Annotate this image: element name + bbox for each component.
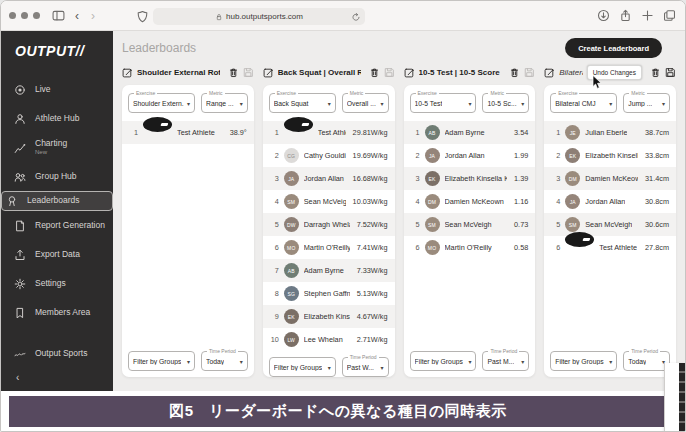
privacy-shield-icon[interactable] — [136, 10, 149, 23]
leaderboard-card: Exercise 10-5 Test ▾ Metric 10-5 Sc... ▾… — [404, 85, 536, 377]
report-generation-icon — [14, 220, 26, 232]
save-leaderboard-icon[interactable] — [524, 67, 535, 78]
edit-leaderboard-icon[interactable] — [122, 67, 133, 78]
athlete-name: Test Athlete — [177, 128, 215, 137]
reload-icon[interactable] — [351, 12, 361, 22]
rank-number: 3 — [411, 174, 420, 183]
forward-icon[interactable]: › — [91, 10, 95, 22]
edit-leaderboard-icon[interactable] — [263, 67, 274, 78]
metric-select[interactable]: Metric 10-5 Sc... ▾ — [482, 93, 529, 113]
edit-leaderboard-icon[interactable] — [544, 67, 555, 78]
undo-changes-button[interactable]: Undo Changes — [587, 65, 642, 80]
athlete-avatar: EK — [425, 171, 440, 186]
collapse-sidebar-button[interactable]: ‹ — [1, 368, 113, 383]
save-leaderboard-icon[interactable] — [243, 67, 254, 78]
leaderboard-row: 1 Test Athlete 38.9° — [122, 121, 254, 144]
leaderboard-rows: 1 AB Adam Byrne 3.54 2 JA Jordan Allan 1… — [404, 119, 536, 259]
result-value: 30.6cm — [643, 220, 669, 229]
metric-select[interactable]: Metric Range ... ▾ — [201, 93, 248, 113]
save-leaderboard-icon[interactable] — [384, 67, 395, 78]
leaderboard-title: 10-5 Test | 10-5 Score — [419, 68, 500, 77]
filter-by-groups-select[interactable]: Filter by Groups ▾ — [550, 351, 617, 371]
leaderboard-row: 1 JE Julian Eberle 38.7cm — [544, 121, 676, 144]
tab-overview-icon[interactable] — [663, 9, 676, 22]
time-period-select[interactable]: Time Period Past M... ▾ — [482, 351, 529, 371]
result-value: 19.69W/kg — [351, 151, 388, 160]
filter-by-groups-select[interactable]: Filter by Groups ▾ — [128, 351, 195, 371]
page-title: Leaderboards — [122, 41, 196, 55]
delete-leaderboard-icon[interactable] — [369, 67, 380, 78]
exercise-select[interactable]: Exercise Bilateral CMJ ▾ — [550, 93, 617, 113]
athlete-avatar — [565, 232, 594, 247]
sidebar-item-export-data[interactable]: Export Data — [1, 240, 113, 269]
filter-by-groups-select[interactable]: Filter by Groups ▾ — [269, 357, 336, 377]
time-period-select[interactable]: Time Period Today ▾ — [623, 351, 670, 371]
sidebar-item-live[interactable]: Live — [1, 75, 113, 104]
result-value: 5.13W/kg — [355, 289, 388, 298]
time-period-select[interactable]: Time Period Today ▾ — [201, 351, 248, 371]
address-bar[interactable]: hub.outputsports.com — [153, 8, 365, 25]
leaderboard-row: 5 DW Darragh Whelan 7.52W/kg — [263, 213, 395, 236]
exercise-select[interactable]: Exercise Back Squat ▾ — [269, 93, 336, 113]
sidebar-item-output-sports[interactable]: Output Sports — [1, 339, 113, 368]
sidebar-item-athlete-hub[interactable]: Athlete Hub — [1, 104, 113, 133]
result-value: 27.8cm — [643, 243, 669, 252]
leaderboard-rows: 1 Test Athlete 38.9° — [122, 119, 254, 144]
rank-number: 1 — [551, 128, 560, 137]
close-window-icon[interactable] — [9, 12, 16, 19]
sidebar-toggle-icon[interactable] — [52, 9, 65, 22]
back-icon[interactable]: ‹ — [75, 10, 79, 22]
create-leaderboard-button[interactable]: Create Leaderboard — [565, 38, 662, 58]
sidebar-item-members-area[interactable]: Members Area — [1, 298, 113, 327]
leaderboard-row: 3 EK Elizabeth Kinsella Kent 1.39 — [404, 167, 536, 190]
zoom-window-icon[interactable] — [33, 12, 40, 19]
athlete-name: Lee Whelan — [304, 335, 343, 344]
edit-leaderboard-icon[interactable] — [404, 67, 415, 78]
rank-number: 1 — [270, 128, 279, 137]
leaderboard-row: 5 SM Sean McVeigh 0.73 — [404, 213, 536, 236]
main-content: Leaderboards Create Leaderboard Shoulder… — [113, 31, 685, 391]
sidebar-item-settings[interactable]: Settings — [1, 269, 113, 298]
figure-caption: 図5 リーダーボードへの異なる種目の同時表示 — [9, 396, 667, 427]
athlete-avatar: JA — [425, 148, 440, 163]
leaderboard-row: 2 JA Jordan Allan 1.99 — [404, 144, 536, 167]
metric-select[interactable]: Metric Jump ... ▾ — [623, 93, 670, 113]
sidebar-item-report-generation[interactable]: Report Generation — [1, 211, 113, 240]
filter-by-groups-select[interactable]: Filter by Groups ▾ — [410, 351, 477, 371]
leaderboard-rows: 1 Test Athlete 29.81W/kg 2 CG Cathy Goul… — [263, 119, 395, 351]
leaderboard-row: 4 DM Damien McKeown 1.16 — [404, 190, 536, 213]
share-icon[interactable] — [619, 9, 632, 22]
athlete-avatar: SG — [284, 286, 299, 301]
athlete-name: Cathy Goulding — [304, 151, 346, 160]
sidebar-item-leaderboards[interactable]: Leaderboards — [1, 191, 113, 211]
result-value: 16.68W/kg — [351, 174, 388, 183]
athlete-avatar: LW — [284, 332, 299, 347]
rank-number: 2 — [411, 151, 420, 160]
leaderboard-card: Exercise Shoulder Extern... ▾ Metric Ran… — [122, 85, 254, 377]
delete-leaderboard-icon[interactable] — [228, 67, 239, 78]
exercise-select[interactable]: Exercise 10-5 Test ▾ — [410, 93, 477, 113]
new-tab-icon[interactable] — [641, 9, 654, 22]
window-controls[interactable] — [9, 12, 40, 19]
delete-leaderboard-icon[interactable] — [509, 67, 520, 78]
sidebar-item-group-hub[interactable]: Group Hub — [1, 162, 113, 191]
chevron-down-icon: ▾ — [377, 364, 383, 371]
chevron-down-icon: ▾ — [325, 364, 331, 371]
minimize-window-icon[interactable] — [21, 12, 28, 19]
leaderboard-column-2: Back Squat | Overall Rel Exercise Back S… — [263, 65, 395, 377]
downloads-icon[interactable] — [597, 9, 610, 22]
sidebar-item-charting[interactable]: ChartingNew — [1, 133, 113, 162]
save-leaderboard-icon[interactable] — [665, 67, 676, 78]
leaderboard-row: 4 JA Jordan Allan 30.8cm — [544, 190, 676, 213]
delete-leaderboard-icon[interactable] — [650, 67, 661, 78]
result-value: 2.71W/kg — [355, 335, 388, 344]
next-figure-sidebar-sliver — [679, 363, 685, 432]
sidebar-footer: Output Sports ‹ — [1, 339, 113, 391]
exercise-select[interactable]: Exercise Shoulder Extern... ▾ — [128, 93, 195, 113]
metric-select[interactable]: Metric Overall ... ▾ — [342, 93, 389, 113]
time-period-select[interactable]: Time Period Past W... ▾ — [342, 357, 389, 377]
leaderboard-row: 6 MO Martin O'Reilly 0.58 — [404, 236, 536, 259]
leaderboard-row: 9 EK Elizabeth Kinsella ... 4.67W/kg — [263, 305, 395, 328]
lock-icon — [215, 13, 223, 21]
athlete-name: Sean McVeigh — [304, 197, 346, 206]
